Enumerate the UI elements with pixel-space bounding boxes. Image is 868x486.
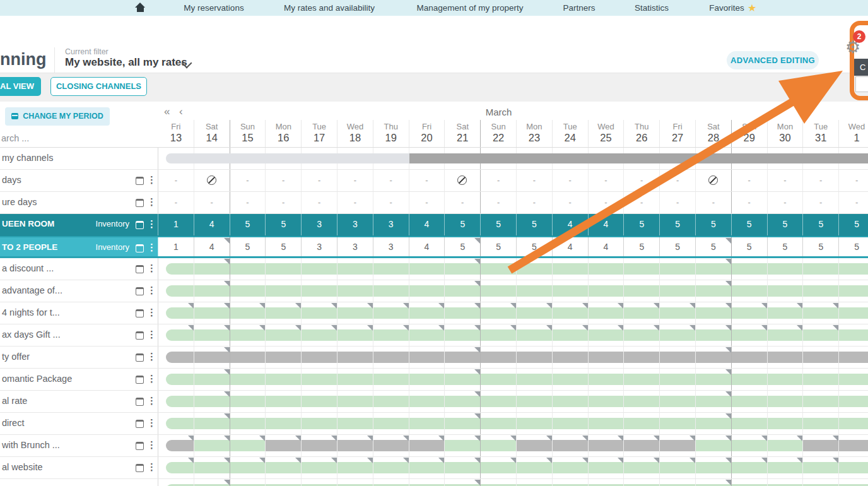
rate-availability-bar[interactable] [696, 285, 731, 297]
grid-cell[interactable] [302, 347, 337, 368]
rate-availability-bar[interactable] [373, 418, 409, 429]
rate-availability-bar[interactable] [624, 462, 659, 473]
rate-availability-bar[interactable] [409, 307, 445, 319]
rate-availability-bar[interactable] [839, 374, 868, 385]
day-header[interactable]: Tue31 [803, 120, 839, 147]
grid-cell[interactable]: 3 [373, 214, 409, 235]
rate-availability-bar[interactable] [409, 396, 445, 407]
rate-availability-bar[interactable] [266, 329, 301, 341]
grid-cell[interactable] [768, 479, 804, 486]
nav-item-my-rates-and-availability[interactable]: My rates and availability [284, 0, 375, 16]
grid-cell[interactable] [839, 435, 868, 456]
rate-availability-bar[interactable] [166, 418, 194, 429]
rate-availability-bar[interactable] [517, 396, 552, 407]
search-input[interactable]: arch ... [1, 133, 29, 143]
grid-cell[interactable] [337, 347, 373, 368]
rate-availability-bar[interactable] [194, 352, 230, 363]
rate-availability-bar[interactable] [553, 263, 588, 275]
fast-backward-icon[interactable]: « [164, 105, 170, 118]
rate-availability-bar[interactable] [732, 329, 767, 341]
rate-availability-bar[interactable] [732, 352, 767, 363]
advanced-editing-button[interactable]: ADVANCED EDITING [727, 51, 819, 69]
rate-availability-bar[interactable] [337, 462, 373, 473]
rate-availability-bar[interactable] [302, 418, 337, 429]
rate-availability-bar[interactable] [839, 329, 868, 341]
grid-cell[interactable] [266, 369, 302, 390]
grid-cell[interactable] [803, 347, 839, 368]
rate-availability-bar[interactable] [266, 418, 301, 429]
grid-cell[interactable]: - [409, 170, 445, 191]
rate-availability-bar[interactable] [230, 263, 266, 275]
day-header[interactable]: Mon30 [768, 120, 804, 147]
grid-cell[interactable] [409, 280, 445, 302]
rate-availability-bar[interactable] [445, 263, 480, 275]
rate-availability-bar[interactable] [803, 462, 838, 473]
rate-availability-bar[interactable] [696, 263, 731, 275]
filter-value-dropdown[interactable]: My website, all my rates [65, 56, 187, 69]
grid-cell[interactable] [768, 258, 804, 280]
day-header[interactable]: Tue24 [553, 120, 589, 147]
rate-availability-bar[interactable] [839, 440, 868, 451]
rate-availability-bar[interactable] [337, 418, 373, 429]
grid-cell[interactable] [839, 479, 868, 486]
rate-availability-bar[interactable] [409, 374, 445, 385]
grid-cell[interactable] [553, 391, 589, 412]
rate-availability-bar[interactable] [230, 374, 266, 385]
grid-cell[interactable]: 5 [660, 237, 696, 256]
kebab-menu-icon[interactable]: ⋮ [147, 324, 156, 345]
grid-cell[interactable]: - [158, 170, 194, 191]
grid-cell[interactable]: - [302, 170, 337, 191]
grid-cell[interactable] [409, 369, 445, 390]
grid-cell[interactable] [373, 391, 409, 412]
nav-item-statistics[interactable]: Statistics [635, 0, 669, 16]
day-header[interactable]: Tue17 [302, 120, 337, 147]
calendar-icon[interactable] [136, 177, 144, 185]
rate-availability-bar[interactable] [445, 462, 480, 473]
rate-availability-bar[interactable] [337, 329, 373, 341]
grid-cell[interactable] [158, 347, 194, 368]
day-header[interactable]: Wed18 [337, 120, 373, 147]
grid-cell[interactable]: - [803, 192, 839, 213]
grid-cell[interactable] [589, 369, 625, 390]
grid-cell[interactable] [517, 391, 553, 412]
kebab-menu-icon[interactable]: ⋮ [147, 237, 156, 258]
rate-availability-bar[interactable] [803, 329, 838, 341]
rate-availability-bar[interactable] [589, 329, 624, 341]
rate-availability-bar[interactable] [624, 396, 659, 407]
rate-availability-bar[interactable] [589, 418, 624, 429]
channel-availability-bar[interactable] [166, 153, 409, 163]
grid-cell[interactable] [481, 258, 517, 280]
rate-availability-bar[interactable] [230, 418, 266, 429]
grid-cell[interactable] [624, 258, 660, 280]
grid-cell[interactable] [481, 347, 517, 368]
rate-availability-bar[interactable] [696, 352, 731, 363]
grid-cell[interactable] [517, 413, 553, 434]
rate-availability-bar[interactable] [166, 285, 194, 297]
grid-cell[interactable]: - [589, 170, 625, 191]
calendar-icon[interactable] [136, 442, 144, 450]
grid-cell[interactable]: - [409, 192, 445, 213]
rate-availability-bar[interactable] [337, 263, 373, 275]
calendar-icon[interactable] [136, 331, 144, 340]
grid-cell[interactable] [589, 347, 625, 368]
grid-cell[interactable]: - [230, 192, 266, 213]
rate-availability-bar[interactable] [624, 418, 659, 429]
grid-cell[interactable] [302, 258, 337, 280]
grid-cell[interactable] [732, 280, 768, 302]
rate-availability-bar[interactable] [660, 285, 695, 297]
grid-cell[interactable]: 5 [732, 237, 768, 256]
rate-availability-bar[interactable] [768, 462, 803, 473]
rate-availability-bar[interactable] [553, 329, 588, 341]
kebab-menu-icon[interactable]: ⋮ [147, 435, 156, 455]
grid-cell[interactable] [839, 413, 868, 434]
rate-availability-bar[interactable] [230, 307, 266, 319]
rate-availability-bar[interactable] [660, 352, 695, 363]
rate-availability-bar[interactable] [337, 374, 373, 385]
rate-availability-bar[interactable] [696, 307, 731, 319]
rate-availability-bar[interactable] [696, 462, 731, 473]
rate-availability-bar[interactable] [624, 329, 659, 341]
rate-availability-bar[interactable] [302, 396, 337, 407]
grid-cell[interactable]: - [517, 192, 553, 213]
grid-cell[interactable] [337, 391, 373, 412]
rate-availability-bar[interactable] [803, 285, 838, 297]
